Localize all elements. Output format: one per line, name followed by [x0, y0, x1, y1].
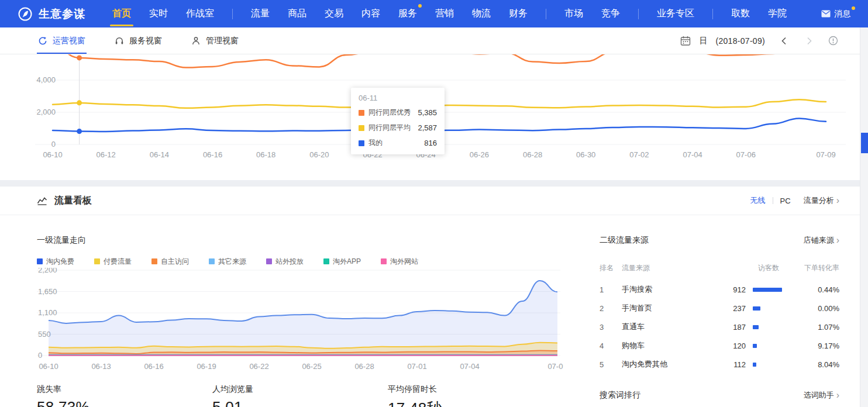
chevron-right-icon: ›: [836, 391, 839, 400]
nav-fetch-data[interactable]: 取数: [731, 0, 750, 27]
word-helper-link[interactable]: 选词助手 ›: [804, 390, 839, 401]
svg-text:07-06: 07-06: [736, 150, 756, 159]
tab-operations-view[interactable]: 运营视窗: [38, 27, 85, 54]
svg-text:2,200: 2,200: [38, 268, 57, 274]
svg-text:06-16: 06-16: [203, 150, 222, 159]
traffic-source-table: 1 手淘搜索 912 0.44% 2 手淘首页 237 0.00% 3 直通车 …: [600, 280, 839, 374]
svg-text:1,650: 1,650: [38, 287, 57, 296]
svg-text:06-25: 06-25: [302, 362, 321, 371]
nav-divider: [232, 9, 233, 19]
legend-item[interactable]: 付费流量: [94, 257, 132, 267]
svg-text:07-02: 07-02: [629, 150, 649, 159]
view-tabbar: 运营视窗 服务视窗 管理视窗: [0, 27, 868, 54]
tab-management-view[interactable]: 管理视窗: [191, 27, 239, 54]
svg-text:1,100: 1,100: [38, 308, 57, 317]
series-swatch: [359, 140, 364, 146]
primary-traffic-chart[interactable]: 05501,1001,6502,20006-1006-1306-1606-190…: [37, 268, 563, 373]
nav-market[interactable]: 市场: [564, 0, 583, 27]
legend-swatch: [266, 258, 272, 264]
app-logo-icon: [18, 6, 33, 22]
tab-service-view[interactable]: 服务视窗: [115, 27, 162, 54]
board-title: 流量看板: [54, 195, 92, 207]
tooltip-row: 同行同层平均 2,587: [359, 123, 437, 133]
table-row[interactable]: 4 购物车 120 9.17%: [600, 336, 839, 355]
nav-divider: [546, 9, 546, 19]
nav-academy[interactable]: 学院: [768, 0, 787, 27]
next-date-button[interactable]: [806, 36, 813, 46]
nav-divider: [712, 9, 713, 19]
page-scrollbar-track[interactable]: [860, 27, 868, 407]
nav-realtime[interactable]: 实时: [149, 0, 168, 27]
visitors-bar: [753, 288, 782, 292]
svg-text:07-04: 07-04: [460, 362, 479, 371]
legend-swatch: [381, 258, 387, 264]
legend-swatch: [209, 258, 215, 264]
legend-swatch: [323, 258, 329, 264]
legend-item[interactable]: 其它来源: [209, 257, 246, 267]
svg-text:06-22: 06-22: [249, 362, 268, 371]
legend-item[interactable]: 站外投放: [266, 257, 304, 267]
legend-item[interactable]: 淘内免费: [37, 257, 74, 267]
nav-service[interactable]: 服务: [398, 0, 417, 27]
legend-swatch: [94, 258, 100, 264]
tooltip-date: 06-11: [359, 94, 437, 102]
envelope-icon: [821, 10, 831, 18]
chart-tooltip: 06-11 同行同层优秀 5,385 同行同层平均 2,587 我的 816: [351, 88, 445, 154]
chart-legend: 淘内免费 付费流量 自主访问 其它来源 站外投放 淘外APP 淘外网站: [37, 257, 563, 265]
svg-text:06-18: 06-18: [256, 150, 275, 159]
chevron-right-icon: ›: [836, 196, 839, 205]
toggle-wireless[interactable]: 无线: [750, 195, 766, 206]
brand[interactable]: 生意参谋: [18, 6, 85, 22]
shop-source-link[interactable]: 店铺来源 ›: [804, 235, 839, 246]
svg-text:06-30: 06-30: [576, 150, 595, 159]
info-icon[interactable]: [828, 36, 838, 46]
nav-marketing[interactable]: 营销: [435, 0, 454, 27]
line-chart-icon: [37, 195, 47, 206]
secondary-traffic-section: 二级流量来源 店铺来源 › 排名 流量来源 访客数 下单转化率 1 手淘搜索 9…: [600, 235, 839, 401]
nav-goods[interactable]: 商品: [288, 0, 306, 27]
svg-text:06-20: 06-20: [309, 150, 329, 159]
tooltip-row: 我的 816: [359, 138, 437, 148]
board-header: 流量看板 无线 PC 流量分析 ›: [0, 187, 860, 215]
legend-swatch: [37, 258, 43, 264]
table-row[interactable]: 2 手淘首页 237 0.00%: [600, 299, 839, 318]
nav-message[interactable]: 消息: [821, 9, 855, 19]
nav-traffic[interactable]: 流量: [251, 0, 270, 27]
legend-item[interactable]: 淘外网站: [381, 257, 418, 267]
svg-text:06-13: 06-13: [91, 362, 111, 371]
nav-war-room[interactable]: 作战室: [186, 0, 214, 27]
table-row[interactable]: 1 手淘搜索 912 0.44%: [600, 280, 839, 299]
date-value[interactable]: (2018-07-09): [715, 36, 765, 46]
notification-dot: [852, 6, 855, 10]
toggle-pc[interactable]: PC: [780, 196, 791, 205]
nav-finance[interactable]: 财务: [509, 0, 528, 27]
secondary-traffic-header: 二级流量来源 店铺来源 ›: [600, 235, 839, 246]
legend-item[interactable]: 自主访问: [151, 257, 189, 267]
headset-icon: [115, 36, 124, 46]
svg-text:4,000: 4,000: [36, 75, 56, 84]
legend-item[interactable]: 淘外APP: [323, 257, 361, 267]
nav-trade[interactable]: 交易: [325, 0, 343, 27]
date-granularity[interactable]: 日: [699, 36, 707, 46]
nav-compete[interactable]: 竞争: [601, 0, 620, 27]
nav-content[interactable]: 内容: [361, 0, 380, 27]
table-row[interactable]: 3 直通车 187 1.07%: [600, 318, 839, 336]
prev-date-button[interactable]: [780, 36, 787, 46]
svg-text:06-28: 06-28: [523, 150, 542, 159]
nav-home[interactable]: 首页: [112, 0, 131, 27]
page: 生意参谋 首页 实时 作战室 流量 商品 交易 内容 服务 营销 物流 财务 市…: [0, 0, 868, 407]
search-rank-header: 搜索词排行 选词助手 ›: [600, 390, 839, 401]
top-nav: 生意参谋 首页 实时 作战室 流量 商品 交易 内容 服务 营销 物流 财务 市…: [0, 0, 868, 27]
table-row[interactable]: 5 淘内免费其他 112 8.04%: [600, 355, 839, 374]
traffic-analysis-link[interactable]: 流量分析 ›: [804, 195, 839, 206]
legend-swatch: [151, 258, 157, 264]
nav-logistics[interactable]: 物流: [472, 0, 491, 27]
search-rank-title: 搜索词排行: [600, 390, 640, 401]
svg-text:06-26: 06-26: [470, 150, 489, 159]
svg-text:07-04: 07-04: [683, 150, 702, 159]
traffic-metrics: 跳失率 58.73% 人均浏览量 5.01 平均停留时长 17.48秒: [37, 384, 563, 407]
svg-text:06-10: 06-10: [39, 362, 58, 371]
page-scrollbar-thumb[interactable]: [861, 133, 868, 153]
nav-business-zone[interactable]: 业务专区: [657, 0, 694, 27]
calendar-icon[interactable]: [680, 36, 691, 46]
